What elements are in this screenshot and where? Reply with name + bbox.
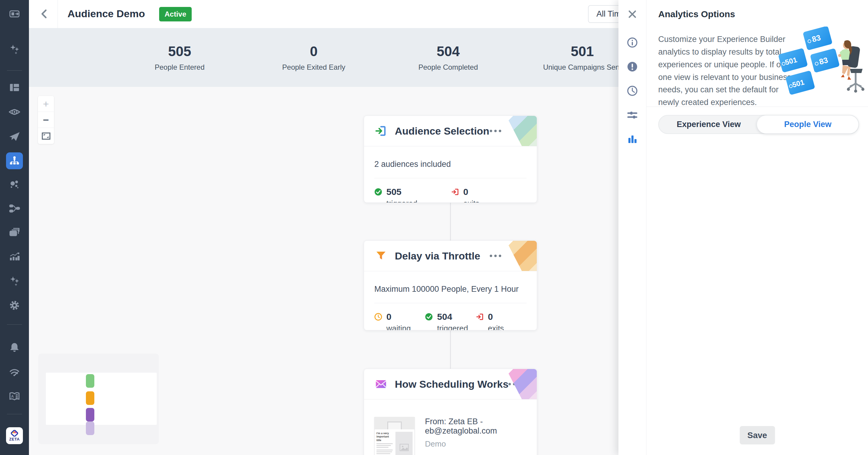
stat-value: 501 (543, 43, 621, 59)
knowledge-base-icon[interactable]: A (7, 389, 22, 403)
node-audience-selection[interactable]: Audience Selection 2 audiences included … (364, 116, 537, 203)
node-stat-waiting: 0waiting (374, 312, 425, 331)
svg-text:A: A (11, 394, 14, 399)
node-title: How Scheduling Works (395, 378, 508, 390)
email-preview-body-lines (376, 450, 394, 455)
clock-tab-icon[interactable] (625, 83, 640, 98)
email-from-line: From: Zeta EB - eb@zetaglobal.com (425, 417, 527, 436)
analytics-tab-icon[interactable] (625, 132, 640, 147)
minimap-node-orange (86, 391, 94, 405)
analytics-illustration: 83 501 83 501 (771, 27, 864, 96)
chevron-left-icon (40, 9, 48, 19)
email-preview-title: I'm a very important title (376, 432, 394, 442)
node-stat-triggered: 504triggered (425, 312, 475, 331)
journey-split-icon[interactable] (7, 202, 22, 216)
clock-icon (374, 313, 382, 321)
panel-collapse-icon[interactable] (7, 7, 22, 21)
stat-value: 504 (418, 43, 478, 59)
node-body: I'm a very important title Button f (364, 399, 537, 455)
stat-label: triggered (437, 324, 468, 331)
sidebar-item-experiences[interactable] (6, 152, 23, 169)
plus-icon: + (43, 98, 49, 110)
exit-icon (476, 313, 484, 321)
close-drawer-button[interactable] (625, 7, 640, 22)
sliders-tab-icon[interactable] (625, 107, 640, 122)
email-envelope-icon (374, 377, 388, 391)
check-circle-icon (374, 188, 382, 196)
stat-people-entered: 505 People Entered (155, 43, 204, 72)
audience-entry-icon (374, 124, 388, 138)
audiences-icon[interactable] (7, 178, 22, 192)
topbar-divider (58, 0, 58, 28)
node-header: Delay via Throttle (364, 241, 537, 271)
email-preview-subtitle-lines (376, 443, 394, 448)
throttle-corner-ribbon (501, 241, 537, 271)
node-body: Maximum 100000 People, Every 1 Hour 0wai… (364, 271, 537, 331)
zeta-logo-text: ZETA (9, 437, 20, 442)
people-view-tab[interactable]: People View (757, 115, 859, 134)
gauge-icon[interactable] (7, 365, 22, 379)
node-delay-throttle[interactable]: Delay via Throttle Maximum 100000 People… (364, 240, 537, 331)
dashboard-icon[interactable] (7, 81, 22, 94)
audience-corner-ribbon (501, 116, 537, 146)
analytics-options-drawer: Analytics Options Customize your Experie… (618, 0, 868, 455)
zoom-controls: + − (38, 96, 54, 144)
node-stat-exits: 0exits (451, 187, 506, 203)
page-title: Audience Demo (67, 8, 145, 20)
ai-sparkles-icon[interactable] (7, 42, 22, 56)
stat-people-completed: 504 People Completed (418, 43, 478, 72)
image-placeholder-icon (396, 432, 412, 455)
minimap-viewport[interactable] (46, 373, 157, 425)
app-sidebar: A ZETA (0, 0, 29, 455)
stat-label: exits (488, 324, 504, 331)
reports-icon[interactable] (7, 250, 22, 263)
node-connector (450, 203, 451, 240)
notifications-bell-icon[interactable] (7, 341, 22, 354)
back-button[interactable] (37, 7, 51, 21)
status-badge: Active (159, 7, 192, 22)
stat-label: waiting (386, 324, 411, 331)
minimap-node-purple (86, 408, 94, 422)
node-how-scheduling-works[interactable]: How Scheduling Works I'm a very importan… (364, 369, 537, 455)
templates-icon[interactable] (7, 225, 22, 239)
check-circle-icon (425, 313, 433, 321)
envelope-outline-icon (387, 422, 402, 429)
stat-label: exits (463, 199, 479, 203)
info-tab-icon[interactable] (625, 35, 640, 50)
stat-people-exited: 0 People Exited Early (282, 43, 345, 72)
sidebar-divider (7, 70, 22, 70)
stat-value: 0 (463, 187, 479, 197)
sidebar-divider (7, 414, 22, 414)
fit-view-icon (41, 132, 51, 140)
stat-value: 505 (155, 43, 204, 59)
target-icon[interactable] (7, 105, 22, 119)
node-menu-button[interactable] (490, 130, 501, 132)
person-on-chair (838, 40, 864, 93)
node-title: Delay via Throttle (395, 250, 490, 262)
stat-value: 0 (386, 312, 411, 322)
stat-label: People Entered (155, 63, 204, 72)
alert-tab-icon[interactable] (625, 59, 640, 74)
node-menu-button[interactable] (490, 255, 501, 257)
canvas-minimap[interactable] (38, 353, 159, 444)
node-stat-exits: 0exits (476, 312, 527, 331)
node-connector (450, 331, 451, 369)
drawer-icon-rail (618, 0, 647, 455)
node-title: Audience Selection (395, 125, 490, 137)
send-icon[interactable] (7, 130, 22, 143)
node-description: 2 audiences included (374, 155, 527, 178)
node-body: 2 audiences included 505triggered 0exits (364, 146, 537, 203)
zeta-logo[interactable]: ZETA (6, 427, 23, 444)
experience-view-tab[interactable]: Experience View (659, 116, 758, 133)
node-stat-triggered: 505triggered (374, 187, 451, 203)
intelligence-sparkles-icon[interactable] (7, 274, 22, 288)
stat-label: triggered (386, 199, 417, 203)
save-button[interactable]: Save (740, 426, 775, 445)
zoom-in-button[interactable]: + (38, 96, 54, 112)
fit-view-button[interactable] (38, 128, 54, 144)
zoom-out-button[interactable]: − (38, 112, 54, 128)
analytics-options-panel: Analytics Options Customize your Experie… (647, 0, 868, 455)
stat-value: 0 (488, 312, 504, 322)
settings-gear-icon[interactable] (7, 298, 22, 312)
panel-title: Analytics Options (658, 9, 735, 19)
